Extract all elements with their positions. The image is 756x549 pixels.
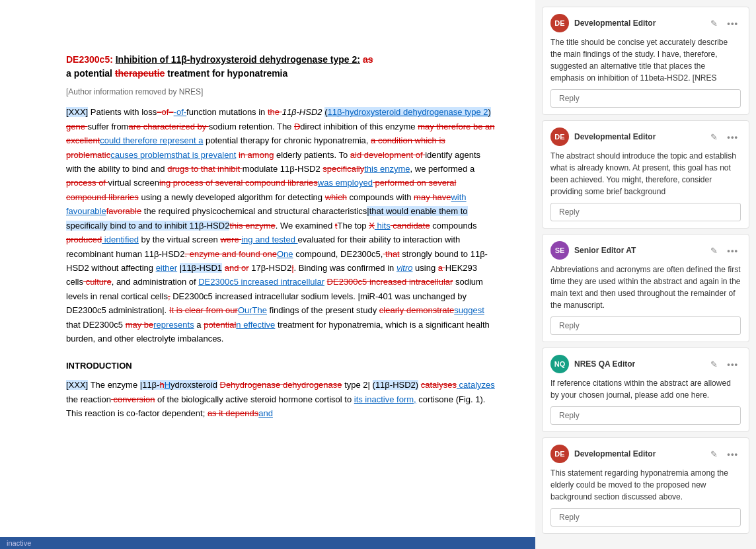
status-bar: inactive: [0, 537, 535, 549]
avatar-c1: DE: [550, 14, 569, 32]
avatar-c4: NQ: [550, 355, 569, 373]
reply-btn-c3[interactable]: Reply: [550, 316, 741, 335]
xxx-marker-2: [XXX]: [66, 380, 88, 390]
edit-btn-c4[interactable]: ✎: [708, 358, 720, 371]
status-inactive: inactive: [7, 539, 31, 547]
reply-btn-c1[interactable]: Reply: [550, 89, 741, 108]
comment-header-c2: DE Developmental Editor ✎ •••: [550, 128, 741, 146]
comment-actions-c3[interactable]: ✎ •••: [708, 244, 741, 257]
comment-header-c5: DE Developmental Editor ✎ •••: [550, 445, 741, 463]
document-content: DE2300c5: Inhibition of 11β-hydroxystero…: [66, 53, 496, 421]
edit-btn-c3[interactable]: ✎: [708, 244, 720, 257]
comment-actions-c4[interactable]: ✎ •••: [708, 358, 741, 371]
comment-author-c2: Developmental Editor: [574, 132, 708, 141]
edit-btn-c5[interactable]: ✎: [708, 448, 720, 460]
comment-body-c2: The abstract should introduce the topic …: [550, 150, 741, 198]
reply-btn-c4[interactable]: Reply: [550, 406, 741, 425]
abstract-para-1: [XXX] Patients with loss–of–-of-function…: [66, 105, 496, 346]
document-panel: DE2300c5: Inhibition of 11β-hydroxystero…: [0, 0, 535, 549]
avatar-c2: DE: [550, 128, 569, 146]
comment-card-c4: NQ NRES QA Editor ✎ ••• If reference cit…: [542, 348, 749, 432]
comment-body-c3: Abbreviations and acronyms are often def…: [550, 264, 741, 311]
title-therapeutic-strike: therapeutic: [115, 68, 165, 79]
title-treatment: treatment for hyponatremia: [167, 68, 287, 79]
comment-card-c1: DE Developmental Editor ✎ ••• The title …: [542, 7, 749, 115]
comment-card-c5: DE Developmental Editor ✎ ••• This state…: [542, 437, 749, 534]
title-prefix: DE2300c5:: [66, 54, 113, 65]
title-potential: a potential: [66, 68, 115, 79]
doc-title: DE2300c5: Inhibition of 11β-hydroxystero…: [66, 53, 496, 81]
avatar-c3: SE: [550, 241, 569, 260]
intro-text: [XXX] The enzyme |11β-hHydroxsteroid Deh…: [66, 378, 496, 420]
comment-actions-c2[interactable]: ✎ •••: [708, 131, 741, 143]
comment-card-c2: DE Developmental Editor ✎ ••• The abstra…: [542, 120, 749, 229]
comment-header-c3: SE Senior Editor AT ✎ •••: [550, 241, 741, 260]
intro-paragraph: INTRODUCTION [XXX] The enzyme |11β-hHydr…: [66, 359, 496, 421]
menu-btn-c3[interactable]: •••: [724, 244, 741, 257]
title-paragraph: DE2300c5: Inhibition of 11β-hydroxystero…: [66, 53, 496, 98]
comment-header-c4: NQ NRES QA Editor ✎ •••: [550, 355, 741, 373]
xxx-marker: [XXX]: [66, 107, 88, 117]
edit-btn-c1[interactable]: ✎: [708, 17, 720, 30]
comment-actions-c5[interactable]: ✎ •••: [708, 448, 741, 460]
comment-author-c5: Developmental Editor: [574, 449, 708, 458]
menu-btn-c5[interactable]: •••: [724, 448, 741, 460]
comment-actions-c1[interactable]: ✎ •••: [708, 17, 741, 30]
title-as-strike: as: [363, 54, 373, 65]
comment-body-c4: If reference citations within the abstra…: [550, 377, 741, 401]
comment-author-c4: NRES QA Editor: [574, 359, 708, 369]
comment-body-c5: This statement regarding hyponatremia am…: [550, 467, 741, 503]
reply-btn-c2[interactable]: Reply: [550, 203, 741, 221]
abstract-text-1: [XXX] Patients with loss–of–-of-function…: [66, 105, 496, 346]
comment-card-c3: SE Senior Editor AT ✎ ••• Abbreviations …: [542, 234, 749, 342]
comment-author-c1: Developmental Editor: [574, 18, 708, 28]
comment-author-c3: Senior Editor AT: [574, 246, 708, 255]
title-main: Inhibition of 11β-hydroxysteroid dehydro…: [116, 54, 360, 65]
intro-title: INTRODUCTION: [66, 359, 496, 373]
comment-body-c1: The title should be concise yet accurate…: [550, 36, 741, 84]
menu-btn-c2[interactable]: •••: [724, 131, 741, 143]
reply-btn-c5[interactable]: Reply: [550, 508, 741, 527]
author-info: [Author information removed by NRES]: [66, 86, 496, 98]
comments-panel[interactable]: DE Developmental Editor ✎ ••• The title …: [535, 0, 756, 549]
edit-btn-c2[interactable]: ✎: [708, 131, 720, 143]
avatar-c5: DE: [550, 445, 569, 463]
menu-btn-c1[interactable]: •••: [724, 17, 741, 30]
menu-btn-c4[interactable]: •••: [724, 358, 741, 371]
comment-header-c1: DE Developmental Editor ✎ •••: [550, 14, 741, 32]
